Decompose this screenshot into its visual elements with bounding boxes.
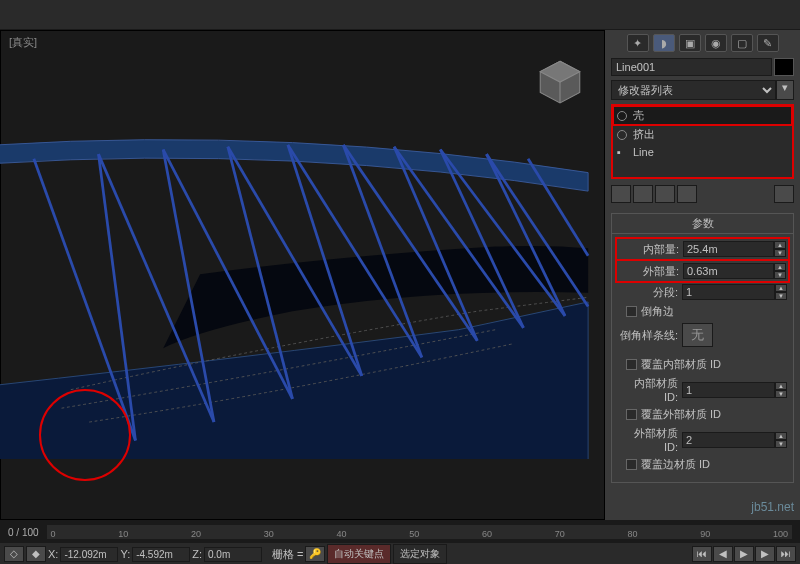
frame-indicator: 0 / 100 <box>8 527 39 538</box>
modify-tab-icon[interactable]: ◗ <box>653 34 675 52</box>
goto-start-icon[interactable]: ⏮ <box>692 546 712 562</box>
viewport-label: [真实] <box>9 35 37 50</box>
spinner-down-icon[interactable]: ▼ <box>775 292 787 300</box>
selected-object-display[interactable]: 选定对象 <box>393 544 447 564</box>
override-edge-mat-checkbox[interactable] <box>626 459 637 470</box>
utilities-tab-icon[interactable]: ✎ <box>757 34 779 52</box>
inner-amount-input[interactable] <box>683 241 774 257</box>
spinner-down-icon[interactable]: ▼ <box>774 271 786 279</box>
inner-amount-label: 内部量: <box>619 242 679 257</box>
spinner-up-icon[interactable]: ▲ <box>775 284 787 292</box>
motion-tab-icon[interactable]: ◉ <box>705 34 727 52</box>
dropdown-arrow-icon[interactable]: ▾ <box>776 80 794 100</box>
modify-panel: ✦ ◗ ▣ ◉ ▢ ✎ 修改器列表 ▾ 壳 挤出 ▪ Li <box>605 30 800 520</box>
inner-mat-id-label: 内部材质 ID: <box>618 376 678 403</box>
bevel-spline-button[interactable]: 无 <box>682 323 713 347</box>
timeline-ruler[interactable]: 0102030405060708090100 <box>47 525 792 539</box>
bevel-edges-checkbox[interactable] <box>626 306 637 317</box>
watermark: jb51.net <box>751 500 794 514</box>
prev-frame-icon[interactable]: ◀ <box>713 546 733 562</box>
goto-end-icon[interactable]: ⏭ <box>776 546 796 562</box>
next-frame-icon[interactable]: ▶ <box>755 546 775 562</box>
spinner-down-icon[interactable]: ▼ <box>774 249 786 257</box>
spinner-down-icon[interactable]: ▼ <box>775 440 787 448</box>
segments-input[interactable] <box>682 284 775 300</box>
modifier-item-line[interactable]: ▪ Line <box>613 144 792 160</box>
annotation-circle <box>39 389 131 481</box>
outer-mat-id-label: 外部材质 ID: <box>618 426 678 453</box>
modifier-label: 壳 <box>633 108 644 123</box>
auto-key-button[interactable]: 自动关键点 <box>327 544 391 564</box>
object-name-input[interactable] <box>611 58 772 76</box>
spinner-up-icon[interactable]: ▲ <box>774 263 786 271</box>
configure-sets-button[interactable] <box>774 185 794 203</box>
spinner-up-icon[interactable]: ▲ <box>775 382 787 390</box>
y-coord-input[interactable] <box>132 547 190 562</box>
y-label: Y: <box>120 548 130 560</box>
create-tab-icon[interactable]: ✦ <box>627 34 649 52</box>
status-bar: 0 / 100 0102030405060708090100 ◇ ◆ X: Y:… <box>0 520 800 564</box>
visibility-toggle-icon[interactable] <box>617 111 627 121</box>
play-icon[interactable]: ▶ <box>734 546 754 562</box>
selection-lock-icon[interactable]: ◆ <box>26 546 46 562</box>
expand-icon[interactable]: ▪ <box>617 146 627 158</box>
modifier-label: Line <box>633 146 654 158</box>
hierarchy-tab-icon[interactable]: ▣ <box>679 34 701 52</box>
grid-label: 栅格 = <box>272 547 303 562</box>
outer-amount-label: 外部量: <box>619 264 679 279</box>
params-rollup: 参数 内部量: ▲▼ 外部量: ▲▼ 分段: ▲▼ 倒角边 倒角样条线: 无 <box>611 213 794 483</box>
segments-label: 分段: <box>618 285 678 300</box>
z-label: Z: <box>192 548 202 560</box>
inner-mat-id-input[interactable] <box>682 382 775 398</box>
override-outer-mat-checkbox[interactable] <box>626 409 637 420</box>
modifier-item-extrude[interactable]: 挤出 <box>613 125 792 144</box>
override-inner-mat-label: 覆盖内部材质 ID <box>641 357 721 372</box>
make-unique-button[interactable] <box>655 185 675 203</box>
x-coord-input[interactable] <box>60 547 118 562</box>
display-tab-icon[interactable]: ▢ <box>731 34 753 52</box>
modifier-item-shell[interactable]: 壳 <box>613 106 792 125</box>
spinner-down-icon[interactable]: ▼ <box>775 390 787 398</box>
visibility-toggle-icon[interactable] <box>617 130 627 140</box>
override-edge-mat-label: 覆盖边材质 ID <box>641 457 710 472</box>
outer-mat-id-input[interactable] <box>682 432 775 448</box>
pin-stack-button[interactable] <box>611 185 631 203</box>
viewport[interactable]: [真实] <box>0 30 605 520</box>
x-label: X: <box>48 548 58 560</box>
remove-modifier-button[interactable] <box>677 185 697 203</box>
modifier-list-dropdown[interactable]: 修改器列表 <box>611 80 776 100</box>
object-color-swatch[interactable] <box>774 58 794 76</box>
override-inner-mat-checkbox[interactable] <box>626 359 637 370</box>
bevel-spline-label: 倒角样条线: <box>618 328 678 343</box>
spinner-up-icon[interactable]: ▲ <box>774 241 786 249</box>
lock-icon[interactable]: ◇ <box>4 546 24 562</box>
rollup-title[interactable]: 参数 <box>612 214 793 234</box>
z-coord-input[interactable] <box>204 547 262 562</box>
override-outer-mat-label: 覆盖外部材质 ID <box>641 407 721 422</box>
outer-amount-input[interactable] <box>683 263 774 279</box>
bevel-edges-label: 倒角边 <box>641 304 674 319</box>
spinner-up-icon[interactable]: ▲ <box>775 432 787 440</box>
show-end-result-button[interactable] <box>633 185 653 203</box>
modifier-stack[interactable]: 壳 挤出 ▪ Line <box>611 104 794 179</box>
key-mode-icon[interactable]: 🔑 <box>305 546 325 562</box>
modifier-label: 挤出 <box>633 127 655 142</box>
